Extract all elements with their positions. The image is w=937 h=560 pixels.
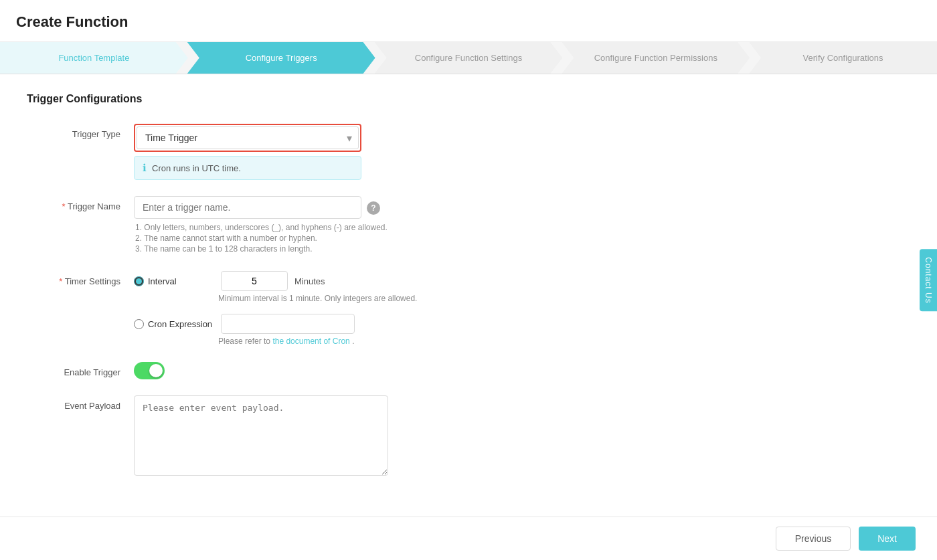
interval-option: Interval Minutes Minimum interval is 1 m… xyxy=(134,271,522,303)
step-configure-triggers[interactable]: Configure Triggers xyxy=(187,42,375,74)
cron-expression-input[interactable] xyxy=(221,314,355,334)
step-label: Verify Configurations xyxy=(803,53,883,63)
step-function-template[interactable]: Function Template xyxy=(0,42,188,74)
contact-us-sidebar[interactable]: Contact Us xyxy=(920,249,937,311)
enable-trigger-control xyxy=(134,362,522,379)
enable-trigger-label: Enable Trigger xyxy=(27,362,134,377)
next-button[interactable]: Next xyxy=(859,527,916,551)
event-payload-textarea[interactable] xyxy=(134,395,388,476)
info-icon: ℹ xyxy=(143,162,147,174)
cron-hint-prefix: Please refer to xyxy=(218,337,270,346)
interval-hint: Minimum interval is 1 minute. Only integ… xyxy=(218,294,522,303)
previous-button[interactable]: Previous xyxy=(776,527,851,551)
interval-unit: Minutes xyxy=(294,276,325,286)
trigger-type-label: Trigger Type xyxy=(27,124,134,139)
stepper: Function Template Configure Triggers Con… xyxy=(0,42,937,74)
event-payload-row: Event Payload xyxy=(27,395,910,478)
cron-label: Cron Expression xyxy=(148,319,212,329)
footer: Previous Next xyxy=(0,517,937,559)
enable-trigger-row: Enable Trigger xyxy=(27,362,910,379)
trigger-name-label: Trigger Name xyxy=(27,196,134,211)
trigger-type-dropdown-wrapper: Time Trigger HTTP Trigger OSS Trigger Lo… xyxy=(134,124,361,152)
trigger-type-select-wrapper: Time Trigger HTTP Trigger OSS Trigger Lo… xyxy=(137,126,359,149)
interval-radio[interactable] xyxy=(134,276,144,286)
trigger-name-hints: 1. Only letters, numbers, underscores (_… xyxy=(134,223,522,254)
interval-radio-label[interactable]: Interval xyxy=(134,276,214,286)
event-payload-control xyxy=(134,395,522,478)
step-configure-function-settings[interactable]: Configure Function Settings xyxy=(375,42,563,74)
trigger-name-input[interactable] xyxy=(134,196,361,219)
timer-settings-row: Timer Settings Interval Minutes xyxy=(27,271,910,346)
cron-option-row: Cron Expression xyxy=(134,314,522,334)
toggle-slider xyxy=(134,362,165,379)
step-label: Configure Triggers xyxy=(246,53,317,63)
step-label: Function Template xyxy=(58,53,129,63)
step-configure-function-permissions[interactable]: Configure Function Permissions xyxy=(562,42,750,74)
timer-settings-label: Timer Settings xyxy=(27,271,134,286)
hint-1: 1. Only letters, numbers, underscores (_… xyxy=(135,223,522,232)
trigger-type-control: Time Trigger HTTP Trigger OSS Trigger Lo… xyxy=(134,124,522,180)
step-verify-configurations[interactable]: Verify Configurations xyxy=(749,42,937,74)
interval-value-input[interactable] xyxy=(221,271,288,291)
trigger-name-help-icon[interactable]: ? xyxy=(367,201,380,215)
cron-hint: Please refer to the document of Cron . xyxy=(218,337,522,346)
step-label: Configure Function Permissions xyxy=(594,53,717,63)
section-title: Trigger Configurations xyxy=(27,93,910,105)
timer-options: Interval Minutes Minimum interval is 1 m… xyxy=(134,271,522,346)
trigger-name-input-row: ? xyxy=(134,196,522,219)
hint-2: 2. The name cannot start with a number o… xyxy=(135,234,522,243)
hint-3: 3. The name can be 1 to 128 characters i… xyxy=(135,244,522,254)
event-payload-label: Event Payload xyxy=(27,395,134,411)
cron-radio-label[interactable]: Cron Expression xyxy=(134,319,214,329)
interval-label: Interval xyxy=(148,276,177,286)
trigger-type-select[interactable]: Time Trigger HTTP Trigger OSS Trigger Lo… xyxy=(137,126,359,149)
trigger-name-row: Trigger Name ? 1. Only letters, numbers,… xyxy=(27,196,910,255)
cron-hint-suffix: . xyxy=(352,337,354,346)
step-label: Configure Function Settings xyxy=(415,53,522,63)
cron-option: Cron Expression Please refer to the docu… xyxy=(134,314,522,346)
cron-doc-link[interactable]: the document of Cron xyxy=(272,337,349,346)
cron-radio[interactable] xyxy=(134,319,144,329)
enable-trigger-toggle[interactable] xyxy=(134,362,165,379)
page-title: Create Function xyxy=(16,13,921,31)
trigger-type-row: Trigger Type Time Trigger HTTP Trigger O… xyxy=(27,124,910,180)
cron-info-banner: ℹ Cron runs in UTC time. xyxy=(134,156,361,180)
trigger-name-control: ? 1. Only letters, numbers, underscores … xyxy=(134,196,522,255)
timer-settings-control: Interval Minutes Minimum interval is 1 m… xyxy=(134,271,522,346)
cron-info-text: Cron runs in UTC time. xyxy=(152,163,241,173)
interval-option-row: Interval Minutes xyxy=(134,271,522,291)
